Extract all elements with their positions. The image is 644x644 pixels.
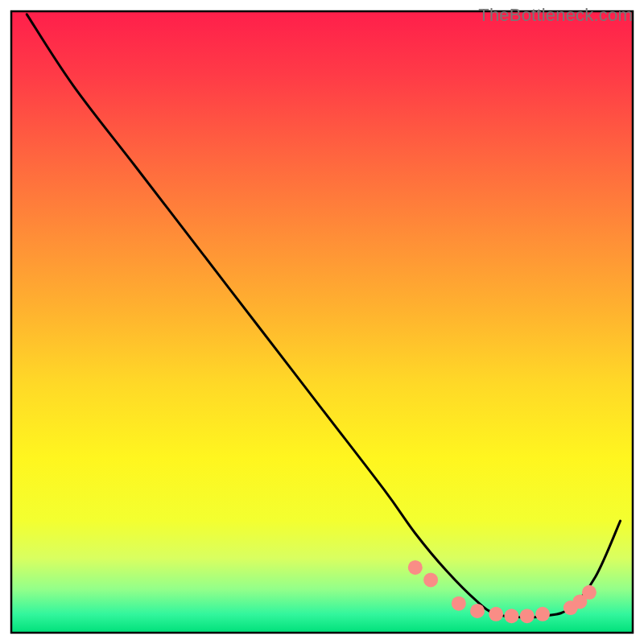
- watermark-text: TheBottleneck.com: [478, 5, 633, 26]
- marker-dot: [535, 607, 550, 621]
- marker-dot: [489, 607, 503, 621]
- plot-background: [11, 11, 633, 633]
- chart-container: TheBottleneck.com: [0, 0, 644, 644]
- marker-dot: [452, 597, 466, 611]
- marker-dot: [470, 604, 485, 618]
- marker-dot: [504, 609, 518, 623]
- marker-dot: [582, 585, 597, 600]
- marker-dot: [520, 609, 535, 623]
- marker-dot: [408, 560, 423, 575]
- bottleneck-chart: [0, 0, 644, 644]
- marker-dot: [423, 572, 438, 587]
